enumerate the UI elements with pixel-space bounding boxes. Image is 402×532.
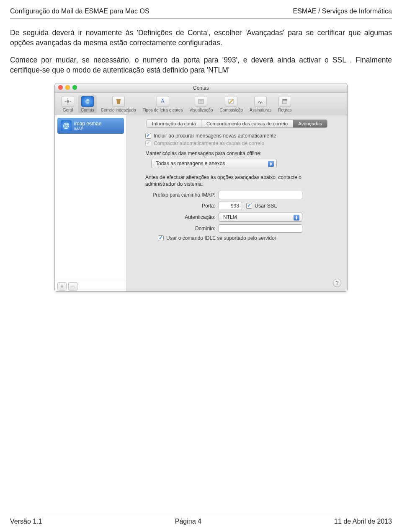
page-footer: Versão 1.1 Página 4 11 de Abril de 2013 bbox=[10, 515, 392, 525]
toolbar-junk[interactable]: Correio indesejado bbox=[98, 95, 139, 113]
accounts-sidebar: @ imap esmae IMAP + − bbox=[55, 115, 127, 291]
tab-account-info[interactable]: Informação da conta bbox=[147, 120, 201, 127]
domain-label: Domínio: bbox=[133, 226, 219, 231]
window-titlebar: Contas bbox=[55, 83, 347, 93]
port-input[interactable] bbox=[219, 202, 242, 210]
account-tab-segment[interactable]: Informação da conta Comportamento das ca… bbox=[147, 119, 327, 128]
zoom-icon[interactable] bbox=[72, 85, 77, 90]
compose-icon bbox=[225, 96, 237, 107]
checkbox-compact-label: Compactar automaticamente as caixas de c… bbox=[154, 140, 264, 146]
toolbar-general[interactable]: Geral bbox=[59, 95, 77, 113]
admin-note: Antes de efectuar alterações às opções a… bbox=[145, 174, 329, 187]
svg-rect-6 bbox=[198, 99, 204, 104]
doc-header-left: Configuração do Mail da ESMAE para Mac O… bbox=[10, 8, 149, 15]
account-settings-pane: Informação da conta Comportamento das ca… bbox=[127, 115, 347, 291]
toolbar-viewing[interactable]: Visualização bbox=[187, 95, 215, 113]
account-type: IMAP bbox=[74, 127, 101, 131]
svg-rect-10 bbox=[283, 99, 287, 100]
port-label: Porta: bbox=[133, 203, 219, 209]
checkbox-ssl[interactable] bbox=[246, 203, 252, 209]
gear-icon bbox=[62, 96, 74, 107]
footer-page: Página 4 bbox=[175, 518, 201, 525]
keep-copies-label: Manter cópias das mensagens para consult… bbox=[145, 151, 341, 156]
imap-prefix-input[interactable] bbox=[219, 191, 302, 199]
header-divider bbox=[10, 18, 392, 19]
toolbar-signatures[interactable]: Assinaturas bbox=[247, 95, 274, 113]
prefs-toolbar: Geral @ Contas Correio indesejado A Tipo… bbox=[55, 93, 347, 115]
svg-point-0 bbox=[67, 100, 69, 103]
at-icon: @ bbox=[81, 96, 94, 107]
trash-icon bbox=[112, 96, 125, 107]
viewing-icon bbox=[195, 96, 207, 107]
tab-mailbox-behavior[interactable]: Comportamento das caixas de correio bbox=[201, 120, 293, 127]
keep-copies-popup[interactable]: Todas as mensagens e anexos ▲▼ bbox=[151, 159, 277, 168]
account-name: imap esmae bbox=[74, 121, 101, 127]
toolbar-accounts[interactable]: @ Contas bbox=[78, 95, 97, 113]
chevron-updown-icon: ▲▼ bbox=[269, 162, 273, 166]
checkbox-idle[interactable] bbox=[158, 235, 164, 241]
close-icon[interactable] bbox=[58, 85, 63, 90]
help-button[interactable]: ? bbox=[333, 279, 341, 287]
auth-label: Autenticação: bbox=[133, 214, 219, 220]
checkbox-include-new-label: Incluir ao procurar mensagens novas auto… bbox=[154, 133, 276, 139]
minimize-icon[interactable] bbox=[65, 85, 70, 90]
toolbar-composing[interactable]: Composição bbox=[217, 95, 245, 113]
chevron-updown-icon: ▲▼ bbox=[295, 215, 298, 220]
toolbar-fonts[interactable]: A Tipos de letra e cores bbox=[140, 95, 186, 113]
imap-prefix-label: Prefixo para caminho IMAP: bbox=[133, 192, 219, 198]
signature-icon bbox=[254, 96, 267, 107]
domain-input[interactable] bbox=[219, 224, 302, 233]
svg-rect-5 bbox=[116, 99, 121, 100]
auth-popup[interactable]: NTLM ▲▼ bbox=[219, 213, 302, 222]
tab-advanced[interactable]: Avançadas bbox=[293, 120, 327, 127]
checkbox-compact bbox=[145, 140, 151, 146]
footer-date: 11 de Abril de 2013 bbox=[334, 518, 392, 525]
at-icon: @ bbox=[61, 120, 72, 131]
remove-account-button[interactable]: − bbox=[68, 282, 77, 291]
traffic-lights[interactable] bbox=[58, 85, 77, 90]
checkbox-idle-label: Usar o comando IDLE se suportado pelo se… bbox=[166, 235, 276, 241]
rules-icon bbox=[278, 96, 291, 107]
doc-header-right: ESMAE / Serviços de Informática bbox=[293, 8, 392, 15]
footer-version: Versão 1.1 bbox=[10, 518, 42, 525]
sidebar-account-imap[interactable]: @ imap esmae IMAP bbox=[57, 118, 124, 134]
add-account-button[interactable]: + bbox=[57, 282, 67, 291]
toolbar-rules[interactable]: Regras bbox=[276, 95, 294, 113]
mac-preferences-window: Contas Geral @ Contas Correio indesejado… bbox=[54, 83, 348, 292]
checkbox-include-new[interactable] bbox=[145, 133, 151, 139]
paragraph-2: Comece por mudar, se necessário, o numer… bbox=[10, 55, 392, 75]
window-title: Contas bbox=[193, 85, 209, 91]
paragraph-1: De seguida deverá ir novamente às 'Defin… bbox=[10, 28, 392, 48]
font-icon: A bbox=[157, 96, 169, 107]
checkbox-ssl-label: Usar SSL bbox=[255, 203, 277, 209]
